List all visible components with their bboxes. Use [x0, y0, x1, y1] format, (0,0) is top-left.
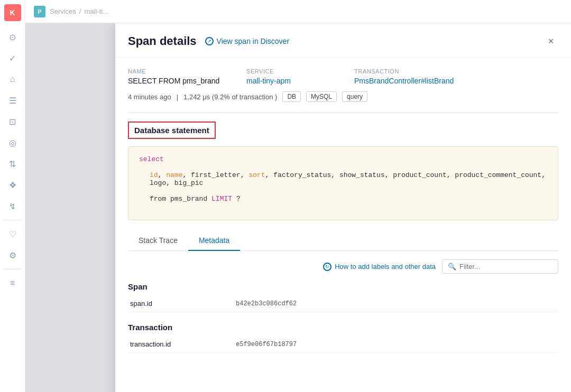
metadata-toolbar: ↻ How to add labels and other data 🔍	[128, 259, 558, 274]
timing-sep: |	[177, 93, 178, 101]
how-to-add-labels-link[interactable]: ↻ How to add labels and other data	[323, 263, 436, 271]
db-statement-title: Database statement	[128, 122, 216, 139]
sidebar-icon-11[interactable]: ⚙	[3, 246, 22, 265]
sidebar-divider-2	[3, 269, 23, 269]
transaction-id-key: transaction.id	[128, 336, 234, 353]
close-panel-button[interactable]: ×	[544, 34, 558, 49]
name-col: Name SELECT FROM pms_brand	[128, 68, 234, 85]
span-details-panel: Span details ↗ View span in Discover × N…	[115, 23, 571, 392]
transaction-col: Transaction PmsBrandController#listBrand	[354, 68, 558, 85]
span-meta-grid: Name SELECT FROM pms_brand Service mall-…	[128, 68, 558, 85]
span-tabs: Stack Trace Metadata	[128, 231, 558, 251]
how-to-icon: ↻	[323, 263, 331, 271]
transaction-data-table: transaction.id e5f9e06f67b18797	[128, 336, 558, 353]
breadcrumb-service-name[interactable]: mall-ti...	[84, 7, 108, 15]
search-icon: 🔍	[448, 263, 456, 270]
tab-metadata[interactable]: Metadata	[188, 231, 240, 251]
sidebar-icon-10[interactable]: ♡	[3, 225, 22, 244]
filter-input[interactable]	[459, 263, 552, 270]
name-label: Name	[128, 68, 234, 74]
span-id-key: span.id	[128, 295, 234, 312]
badge-query: query	[342, 91, 367, 102]
span-section: Span span.id b42e2b3c086cdf62	[128, 282, 558, 312]
sidebar-icon-5[interactable]: ⊡	[3, 112, 22, 131]
sql-code-block: select id, name, first_letter, sort, fac…	[128, 146, 558, 220]
span-section-title: Span	[128, 282, 558, 291]
timing-row: 4 minutes ago | 1,242 μs (9.2% of transa…	[128, 91, 558, 102]
span-id-value: b42e2b3c086cdf62	[234, 295, 558, 312]
topnav: P Services / mall-ti...	[25, 0, 571, 23]
table-row: span.id b42e2b3c086cdf62	[128, 295, 558, 312]
timing-duration: 1,242 μs (9.2% of transaction )	[183, 93, 277, 101]
panel-body: Name SELECT FROM pms_brand Service mall-…	[115, 58, 571, 392]
sidebar-icon-12[interactable]: ≡	[3, 274, 22, 293]
sidebar-icon-8[interactable]: ❖	[3, 175, 22, 194]
transaction-label: Transaction	[354, 68, 558, 74]
breadcrumb: Services / mall-ti...	[50, 7, 108, 15]
panel-title: Span details	[128, 34, 197, 48]
service-col: Service mall-tiny-apm	[246, 68, 342, 85]
transaction-value[interactable]: PmsBrandController#listBrand	[354, 77, 558, 85]
view-span-in-discover-link[interactable]: ↗ View span in Discover	[205, 37, 289, 45]
badge-db: DB	[282, 91, 301, 102]
service-label: Service	[246, 68, 342, 74]
transaction-section-title: Transaction	[128, 323, 558, 332]
transaction-section: Transaction transaction.id e5f9e06f67b18…	[128, 323, 558, 353]
main-area: P Services / mall-ti... Span details ↗ V…	[25, 0, 571, 392]
timing-ago: 4 minutes ago	[128, 93, 171, 101]
app-logo[interactable]: K	[4, 4, 21, 21]
discover-icon: ↗	[205, 37, 214, 45]
panel-header-left: Span details ↗ View span in Discover	[128, 34, 289, 48]
breadcrumb-services[interactable]: Services	[50, 7, 76, 15]
sidebar-divider	[3, 220, 23, 220]
name-value: SELECT FROM pms_brand	[128, 77, 234, 85]
table-row: transaction.id e5f9e06f67b18797	[128, 336, 558, 353]
sidebar-icon-7[interactable]: ⇅	[3, 154, 22, 173]
breadcrumb-sep: /	[79, 7, 81, 15]
sidebar-icon-1[interactable]: ⊙	[3, 27, 22, 46]
how-to-label: How to add labels and other data	[335, 263, 436, 270]
panel-header: Span details ↗ View span in Discover ×	[115, 23, 571, 58]
sidebar-icon-3[interactable]: ⌂	[3, 70, 22, 89]
filter-input-wrap[interactable]: 🔍	[442, 259, 558, 274]
sidebar-icon-2[interactable]: ✓	[3, 49, 22, 68]
sidebar-icon-6[interactable]: ◎	[3, 133, 22, 152]
sidebar-icon-9[interactable]: ↯	[3, 197, 22, 216]
tab-stack-trace[interactable]: Stack Trace	[128, 231, 188, 251]
service-value[interactable]: mall-tiny-apm	[246, 77, 342, 85]
span-data-table: span.id b42e2b3c086cdf62	[128, 295, 558, 312]
transaction-id-value: e5f9e06f67b18797	[234, 336, 558, 353]
sidebar-icon-4[interactable]: ☰	[3, 91, 22, 110]
sidebar: K ⊙ ✓ ⌂ ☰ ⊡ ◎ ⇅ ❖ ↯ ♡ ⚙ ≡	[0, 0, 25, 392]
service-badge: P	[34, 6, 45, 17]
badge-mysql: MySQL	[306, 91, 337, 102]
